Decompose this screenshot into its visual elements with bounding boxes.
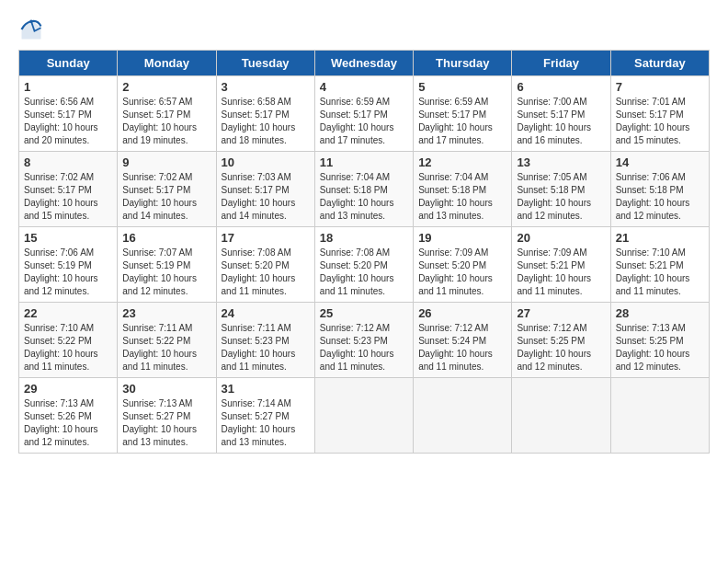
table-row: 23 Sunrise: 7:11 AMSunset: 5:22 PMDaylig…: [118, 303, 216, 378]
table-row: 13 Sunrise: 7:05 AMSunset: 5:18 PMDaylig…: [512, 152, 610, 227]
table-row: 18 Sunrise: 7:08 AMSunset: 5:20 PMDaylig…: [314, 227, 413, 303]
day-info: Sunrise: 7:11 AMSunset: 5:23 PMDaylight:…: [222, 323, 296, 372]
day-number: 30: [122, 382, 210, 396]
day-info: Sunrise: 7:04 AMSunset: 5:18 PMDaylight:…: [320, 172, 394, 221]
day-info: Sunrise: 7:09 AMSunset: 5:20 PMDaylight:…: [418, 247, 493, 296]
calendar-row: 29 Sunrise: 7:13 AMSunset: 5:26 PMDaylig…: [19, 378, 710, 454]
calendar-header-row: Sunday Monday Tuesday Wednesday Thursday…: [19, 51, 710, 76]
day-number: 24: [222, 306, 310, 320]
day-info: Sunrise: 7:05 AMSunset: 5:18 PMDaylight:…: [517, 172, 591, 221]
day-number: 1: [24, 80, 112, 94]
table-row: 4 Sunrise: 6:59 AMSunset: 5:17 PMDayligh…: [314, 76, 413, 152]
day-info: Sunrise: 7:13 AMSunset: 5:27 PMDaylight:…: [122, 398, 197, 447]
day-number: 12: [418, 155, 506, 169]
calendar-row: 8 Sunrise: 7:02 AMSunset: 5:17 PMDayligh…: [19, 152, 710, 227]
logo: [18, 17, 48, 42]
table-row: 16 Sunrise: 7:07 AMSunset: 5:19 PMDaylig…: [118, 227, 216, 303]
table-row: 26 Sunrise: 7:12 AMSunset: 5:24 PMDaylig…: [414, 303, 512, 378]
table-row: 6 Sunrise: 7:00 AMSunset: 5:17 PMDayligh…: [512, 76, 610, 152]
day-info: Sunrise: 7:08 AMSunset: 5:20 PMDaylight:…: [320, 247, 394, 296]
day-number: 27: [517, 306, 605, 320]
table-row: 21 Sunrise: 7:10 AMSunset: 5:21 PMDaylig…: [610, 227, 709, 303]
svg-point-2: [29, 20, 33, 24]
col-friday: Friday: [512, 51, 610, 76]
day-info: Sunrise: 7:10 AMSunset: 5:22 PMDaylight:…: [24, 323, 98, 372]
day-number: 28: [616, 306, 704, 320]
day-info: Sunrise: 7:14 AMSunset: 5:27 PMDaylight:…: [222, 398, 296, 447]
calendar-row: 15 Sunrise: 7:06 AMSunset: 5:19 PMDaylig…: [19, 227, 710, 303]
day-number: 9: [122, 155, 210, 169]
day-number: 10: [222, 155, 310, 169]
day-info: Sunrise: 6:59 AMSunset: 5:17 PMDaylight:…: [418, 97, 493, 145]
day-info: Sunrise: 7:02 AMSunset: 5:17 PMDaylight:…: [24, 172, 98, 221]
day-info: Sunrise: 7:09 AMSunset: 5:21 PMDaylight:…: [517, 247, 591, 296]
day-info: Sunrise: 7:06 AMSunset: 5:19 PMDaylight:…: [24, 247, 98, 296]
day-info: Sunrise: 7:02 AMSunset: 5:17 PMDaylight:…: [122, 172, 197, 221]
day-number: 31: [222, 382, 310, 396]
table-row: 29 Sunrise: 7:13 AMSunset: 5:26 PMDaylig…: [19, 378, 118, 454]
table-row: 28 Sunrise: 7:13 AMSunset: 5:25 PMDaylig…: [610, 303, 709, 378]
day-number: 15: [24, 231, 112, 245]
day-info: Sunrise: 7:07 AMSunset: 5:19 PMDaylight:…: [122, 247, 197, 296]
table-row: 31 Sunrise: 7:14 AMSunset: 5:27 PMDaylig…: [216, 378, 314, 454]
col-monday: Monday: [118, 51, 216, 76]
day-info: Sunrise: 7:06 AMSunset: 5:18 PMDaylight:…: [616, 172, 690, 221]
table-row: 30 Sunrise: 7:13 AMSunset: 5:27 PMDaylig…: [118, 378, 216, 454]
table-row: 11 Sunrise: 7:04 AMSunset: 5:18 PMDaylig…: [314, 152, 413, 227]
day-info: Sunrise: 7:01 AMSunset: 5:17 PMDaylight:…: [616, 97, 690, 145]
day-info: Sunrise: 7:12 AMSunset: 5:24 PMDaylight:…: [418, 323, 493, 372]
day-number: 14: [616, 155, 704, 169]
day-info: Sunrise: 7:08 AMSunset: 5:20 PMDaylight:…: [222, 247, 296, 296]
day-info: Sunrise: 7:03 AMSunset: 5:17 PMDaylight:…: [222, 172, 296, 221]
day-number: 18: [320, 231, 408, 245]
table-row: [414, 378, 512, 454]
page: Sunday Monday Tuesday Wednesday Thursday…: [0, 0, 728, 463]
day-number: 16: [122, 231, 210, 245]
day-info: Sunrise: 6:58 AMSunset: 5:17 PMDaylight:…: [222, 97, 296, 145]
table-row: [314, 378, 413, 454]
day-number: 3: [222, 80, 310, 94]
day-info: Sunrise: 7:13 AMSunset: 5:25 PMDaylight:…: [616, 323, 690, 372]
col-thursday: Thursday: [414, 51, 512, 76]
day-number: 19: [418, 231, 506, 245]
day-info: Sunrise: 7:10 AMSunset: 5:21 PMDaylight:…: [616, 247, 690, 296]
day-number: 21: [616, 231, 704, 245]
day-number: 11: [320, 155, 408, 169]
table-row: 9 Sunrise: 7:02 AMSunset: 5:17 PMDayligh…: [118, 152, 216, 227]
col-wednesday: Wednesday: [314, 51, 413, 76]
table-row: 3 Sunrise: 6:58 AMSunset: 5:17 PMDayligh…: [216, 76, 314, 152]
table-row: 15 Sunrise: 7:06 AMSunset: 5:19 PMDaylig…: [19, 227, 118, 303]
table-row: 25 Sunrise: 7:12 AMSunset: 5:23 PMDaylig…: [314, 303, 413, 378]
day-number: 6: [517, 80, 605, 94]
table-row: 2 Sunrise: 6:57 AMSunset: 5:17 PMDayligh…: [118, 76, 216, 152]
calendar: Sunday Monday Tuesday Wednesday Thursday…: [18, 50, 710, 454]
table-row: [610, 378, 709, 454]
day-number: 29: [24, 382, 112, 396]
day-number: 13: [517, 155, 605, 169]
day-number: 26: [418, 306, 506, 320]
table-row: 22 Sunrise: 7:10 AMSunset: 5:22 PMDaylig…: [19, 303, 118, 378]
day-number: 17: [222, 231, 310, 245]
table-row: 12 Sunrise: 7:04 AMSunset: 5:18 PMDaylig…: [414, 152, 512, 227]
table-row: 19 Sunrise: 7:09 AMSunset: 5:20 PMDaylig…: [414, 227, 512, 303]
col-sunday: Sunday: [19, 51, 118, 76]
day-number: 2: [122, 80, 210, 94]
table-row: 1 Sunrise: 6:56 AMSunset: 5:17 PMDayligh…: [19, 76, 118, 152]
day-number: 8: [24, 155, 112, 169]
calendar-row: 22 Sunrise: 7:10 AMSunset: 5:22 PMDaylig…: [19, 303, 710, 378]
calendar-row: 1 Sunrise: 6:56 AMSunset: 5:17 PMDayligh…: [19, 76, 710, 152]
day-info: Sunrise: 6:57 AMSunset: 5:17 PMDaylight:…: [122, 97, 197, 145]
day-info: Sunrise: 6:56 AMSunset: 5:17 PMDaylight:…: [24, 97, 98, 145]
table-row: 14 Sunrise: 7:06 AMSunset: 5:18 PMDaylig…: [610, 152, 709, 227]
day-number: 20: [517, 231, 605, 245]
day-info: Sunrise: 7:00 AMSunset: 5:17 PMDaylight:…: [517, 97, 591, 145]
day-number: 25: [320, 306, 408, 320]
day-info: Sunrise: 7:12 AMSunset: 5:23 PMDaylight:…: [320, 323, 394, 372]
table-row: [512, 378, 610, 454]
col-saturday: Saturday: [610, 51, 709, 76]
day-info: Sunrise: 6:59 AMSunset: 5:17 PMDaylight:…: [320, 97, 394, 145]
table-row: 8 Sunrise: 7:02 AMSunset: 5:17 PMDayligh…: [19, 152, 118, 227]
header: [18, 17, 710, 42]
day-number: 5: [418, 80, 506, 94]
day-info: Sunrise: 7:12 AMSunset: 5:25 PMDaylight:…: [517, 323, 591, 372]
